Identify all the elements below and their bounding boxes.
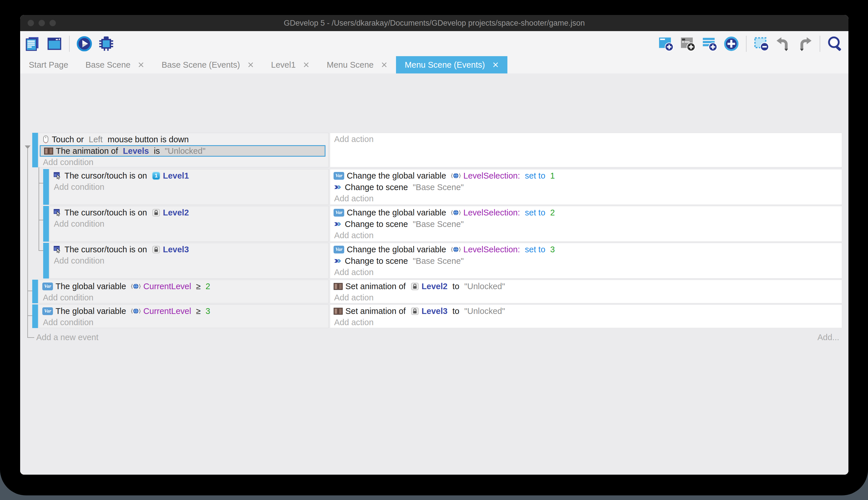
tab-base-scene-events[interactable]: Base Scene (Events) bbox=[153, 56, 262, 73]
add-condition-button[interactable]: Add condition bbox=[50, 255, 328, 266]
action-row[interactable]: Var Change the global variable LevelSele… bbox=[330, 244, 842, 255]
close-icon[interactable] bbox=[381, 61, 387, 68]
condition-row[interactable]: Var The global variable CurrentLevel ≥ 3 bbox=[39, 305, 328, 317]
add-comment-icon[interactable] bbox=[701, 35, 718, 52]
scene-editor-icon[interactable] bbox=[46, 35, 63, 52]
subevent3-conditions: The cursor/touch is on Level3 Add condit… bbox=[49, 243, 329, 279]
add-event-icon[interactable] bbox=[657, 35, 674, 52]
tree-line bbox=[38, 183, 43, 183]
action-row[interactable]: Set animation of Level2 to "Unlocked" bbox=[330, 281, 842, 292]
tab-menu-scene-events[interactable]: Menu Scene (Events) bbox=[396, 56, 507, 73]
change-scene-icon bbox=[333, 184, 342, 191]
lock-object-icon bbox=[411, 307, 419, 315]
variable-icon: Var bbox=[333, 209, 344, 217]
toolbar-divider bbox=[69, 36, 70, 52]
close-icon[interactable] bbox=[303, 61, 309, 68]
global-variable-icon bbox=[451, 208, 461, 217]
add-action-button[interactable]: Add action bbox=[330, 292, 842, 303]
event-accent-bar[interactable] bbox=[32, 133, 38, 167]
tree-line bbox=[27, 291, 32, 291]
project-manager-icon[interactable] bbox=[24, 35, 41, 52]
change-scene-icon bbox=[333, 220, 342, 228]
tree-line bbox=[27, 337, 34, 338]
action-row[interactable]: Var Change the global variable LevelSele… bbox=[330, 170, 842, 181]
cursor-touch-icon bbox=[53, 171, 62, 180]
tab-start-page[interactable]: Start Page bbox=[20, 56, 77, 73]
action-row[interactable]: Change to scene "Base Scene" bbox=[330, 181, 842, 193]
event2-conditions: Var The global variable CurrentLevel ≥ 2… bbox=[38, 280, 329, 303]
lock-object-icon bbox=[152, 208, 160, 217]
action-row[interactable]: Change to scene "Base Scene" bbox=[330, 255, 842, 267]
cursor-touch-icon bbox=[53, 245, 62, 254]
undo-icon[interactable] bbox=[775, 35, 791, 52]
global-variable-icon bbox=[451, 172, 461, 180]
mouse-icon bbox=[42, 135, 49, 144]
condition-row-selected[interactable]: The animation of Levels is "Unlocked" bbox=[40, 145, 326, 157]
global-variable-icon bbox=[451, 246, 461, 253]
toolbar-right-group bbox=[657, 31, 843, 56]
close-icon[interactable] bbox=[138, 61, 144, 68]
add-action-button[interactable]: Add action bbox=[330, 193, 842, 204]
global-variable-icon bbox=[131, 282, 141, 290]
close-icon[interactable] bbox=[247, 61, 254, 68]
event3-actions: Set animation of Level3 to "Unlocked" Ad… bbox=[330, 305, 842, 328]
tab-level1[interactable]: Level1 bbox=[262, 56, 318, 73]
tree-line bbox=[38, 167, 39, 251]
add-action-button[interactable]: Add action bbox=[330, 317, 842, 328]
tab-menu-scene[interactable]: Menu Scene bbox=[318, 56, 396, 73]
close-icon[interactable] bbox=[492, 61, 499, 68]
add-condition-button[interactable]: Add condition bbox=[39, 157, 328, 168]
delete-event-icon[interactable] bbox=[753, 35, 770, 52]
add-condition-button[interactable]: Add condition bbox=[39, 317, 328, 328]
toolbar-divider bbox=[820, 36, 820, 52]
condition-row[interactable]: The cursor/touch is on Level2 bbox=[50, 207, 328, 218]
search-icon[interactable] bbox=[826, 35, 843, 52]
add-action-button[interactable]: Add action bbox=[330, 134, 842, 145]
events-sheet: Touch or Left mouse button is down The a… bbox=[20, 73, 848, 475]
add-condition-button[interactable]: Add condition bbox=[50, 181, 328, 192]
event-accent-bar[interactable] bbox=[32, 280, 38, 303]
add-subevent-icon[interactable] bbox=[679, 35, 696, 52]
variable-icon: Var bbox=[333, 172, 344, 180]
action-row[interactable]: Change to scene "Base Scene" bbox=[330, 218, 842, 230]
event1-conditions: Touch or Left mouse button is down The a… bbox=[38, 133, 329, 167]
variable-icon: Var bbox=[42, 307, 53, 315]
global-variable-icon bbox=[131, 307, 141, 315]
add-action-button[interactable]: Add action bbox=[330, 230, 842, 241]
preview-icon[interactable] bbox=[76, 35, 93, 52]
editor-tab-bar: Start Page Base Scene Base Scene (Events… bbox=[20, 56, 848, 73]
event1-actions: Add action bbox=[330, 133, 842, 167]
event-accent-bar[interactable] bbox=[43, 243, 49, 279]
debug-icon[interactable] bbox=[98, 35, 115, 52]
add-condition-button[interactable]: Add condition bbox=[50, 218, 328, 229]
condition-row[interactable]: Touch or Left mouse button is down bbox=[39, 134, 328, 145]
event-accent-bar[interactable] bbox=[32, 305, 38, 328]
condition-row[interactable]: The cursor/touch is on 1 Level1 bbox=[50, 170, 328, 181]
tab-base-scene[interactable]: Base Scene bbox=[77, 56, 153, 73]
add-condition-button[interactable]: Add condition bbox=[39, 292, 328, 303]
change-scene-icon bbox=[333, 258, 342, 264]
tree-line bbox=[27, 149, 28, 338]
level1-object-icon: 1 bbox=[152, 172, 160, 180]
variable-icon: Var bbox=[42, 283, 53, 290]
add-more-button[interactable]: Add... bbox=[817, 331, 839, 343]
add-action-button[interactable]: Add action bbox=[330, 267, 842, 278]
event3-conditions: Var The global variable CurrentLevel ≥ 3… bbox=[38, 305, 329, 328]
add-new-event-button[interactable]: Add a new event bbox=[36, 331, 98, 343]
condition-row[interactable]: Var The global variable CurrentLevel ≥ 2 bbox=[39, 281, 328, 292]
redo-icon[interactable] bbox=[797, 35, 813, 52]
subevent1-conditions: The cursor/touch is on 1 Level1 Add cond… bbox=[49, 169, 329, 205]
action-row[interactable]: Set animation of Level3 to "Unlocked" bbox=[330, 305, 842, 317]
condition-row[interactable]: The cursor/touch is on Level3 bbox=[50, 244, 328, 255]
window-title: GDevelop 5 - /Users/dkarakay/Documents/G… bbox=[20, 15, 848, 31]
tree-line bbox=[27, 315, 32, 316]
gdevelop-window: GDevelop 5 - /Users/dkarakay/Documents/G… bbox=[20, 15, 848, 475]
add-circle-icon[interactable] bbox=[723, 35, 740, 52]
toolbar-divider bbox=[746, 36, 747, 52]
action-row[interactable]: Var Change the global variable LevelSele… bbox=[330, 207, 842, 218]
event2-actions: Set animation of Level2 to "Unlocked" Ad… bbox=[330, 280, 842, 303]
subevent3-actions: Var Change the global variable LevelSele… bbox=[330, 243, 842, 279]
lock-object-icon bbox=[152, 246, 160, 254]
event-accent-bar[interactable] bbox=[43, 169, 49, 205]
event-accent-bar[interactable] bbox=[43, 206, 49, 242]
